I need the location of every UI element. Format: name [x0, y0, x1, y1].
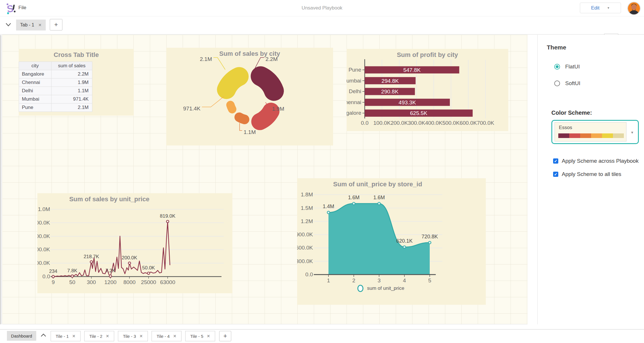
- playbook-title: Unsaved Playbook: [0, 5, 644, 11]
- svg-text:Pune: Pune: [349, 67, 361, 73]
- svg-text:7.8K: 7.8K: [67, 268, 78, 273]
- svg-text:900.0K: 900.0K: [297, 231, 313, 237]
- tile-crosstab[interactable]: Cross Tab Title citysum of salesBangalor…: [19, 49, 134, 116]
- svg-text:700.0K: 700.0K: [477, 120, 494, 126]
- svg-text:9: 9: [52, 279, 55, 285]
- svg-text:1.6M: 1.6M: [348, 195, 360, 200]
- scheme-swatches: [558, 133, 624, 138]
- line-chart: 0.0200.0K400.0K600.0K800.0K1.0M950300120…: [37, 193, 232, 293]
- svg-text:1.5M: 1.5M: [301, 205, 313, 211]
- radio-softui[interactable]: SoftUI: [554, 80, 580, 87]
- avatar[interactable]: [627, 2, 641, 15]
- color-scheme-select[interactable]: Essos ▼: [551, 120, 639, 144]
- caret-down-icon: ▼: [607, 6, 610, 9]
- svg-text:1.1M: 1.1M: [244, 129, 256, 135]
- tab-label: Tab - 1: [20, 22, 34, 28]
- tile-area-chart[interactable]: Sum of unit_price by store_id 0.0300.0K6…: [297, 178, 486, 305]
- tile-tab-2[interactable]: Tile - 2✕: [84, 331, 114, 341]
- svg-text:0.0: 0.0: [361, 120, 368, 126]
- svg-text:1200: 1200: [104, 279, 116, 285]
- svg-text:1.8M: 1.8M: [301, 191, 313, 198]
- svg-text:294.8K: 294.8K: [381, 78, 399, 84]
- edit-button-label: Edit: [591, 5, 599, 11]
- theme-panel: Theme FlatUI SoftUI Color Scheme: Essos …: [537, 35, 644, 324]
- close-icon[interactable]: ✕: [38, 23, 42, 27]
- swatch-color: [591, 133, 602, 138]
- scheme-preview: Essos: [555, 122, 626, 141]
- svg-text:800.0K: 800.0K: [37, 220, 50, 226]
- checkbox-apply-playbook[interactable]: ✓ Apply Scheme across Playbook: [553, 158, 639, 164]
- canvas-left-scroll-strip[interactable]: [0, 35, 1, 324]
- svg-text:625.5K: 625.5K: [410, 110, 428, 116]
- column-header: sum of sales: [51, 62, 92, 70]
- svg-text:600.0K: 600.0K: [460, 120, 477, 126]
- table-row: Delhi1.1M: [19, 87, 92, 95]
- caret-down-icon[interactable]: ▼: [630, 131, 634, 135]
- svg-text:63000: 63000: [160, 279, 175, 285]
- svg-text:100.0K: 100.0K: [373, 120, 391, 126]
- svg-text:1.4M: 1.4M: [323, 204, 334, 209]
- tile-tab-label: Tile - 5: [190, 334, 203, 339]
- checkbox-checked-icon: ✓: [553, 158, 558, 164]
- svg-text:0.0: 0.0: [305, 271, 313, 277]
- bottom-bar: Dashboard Tile - 1✕Tile - 2✕Tile - 3✕Til…: [0, 329, 644, 343]
- tab-1[interactable]: Tab - 1 ✕: [16, 20, 46, 30]
- add-tile-button[interactable]: +: [219, 331, 231, 341]
- tile-tab-label: Tile - 3: [123, 334, 136, 339]
- swatch-color: [613, 133, 624, 138]
- chevron-down-icon[interactable]: [5, 22, 12, 27]
- tile-tab-1[interactable]: Tile - 1✕: [51, 331, 81, 341]
- crosstab-table: citysum of salesBangalore2.2MChennai1.9M…: [19, 62, 92, 112]
- bar-chart: 0.0100.0K200.0K300.0K400.0K500.0K600.0K7…: [347, 49, 508, 131]
- svg-text:620.1K: 620.1K: [396, 238, 412, 244]
- svg-text:400.0K: 400.0K: [37, 246, 50, 252]
- tile-tab-4[interactable]: Tile - 4✕: [152, 331, 181, 341]
- svg-text:200.0K: 200.0K: [37, 260, 50, 266]
- radio-flatui[interactable]: FlatUI: [554, 64, 580, 70]
- tile-line-chart[interactable]: Sum of sales by unit_price 0.0200.0K400.…: [37, 193, 232, 293]
- chevron-up-icon[interactable]: [40, 333, 47, 338]
- scheme-name: Essos: [559, 125, 572, 131]
- svg-text:1.2M: 1.2M: [301, 218, 313, 224]
- svg-text:Bangalore: Bangalore: [347, 110, 361, 116]
- table-row: Bangalore2.2M: [19, 70, 92, 78]
- svg-text:290.8K: 290.8K: [381, 89, 399, 95]
- svg-text:600.0K: 600.0K: [37, 233, 50, 239]
- svg-text:300.0K: 300.0K: [408, 120, 425, 126]
- tile-donut-chart[interactable]: Sum of sales by city 2.2M1.9M1.1M971.4K2…: [166, 48, 333, 145]
- svg-text:25000: 25000: [141, 279, 156, 285]
- tile-bar-chart[interactable]: Sum of profit by city 0.0100.0K200.0K300…: [347, 49, 508, 131]
- area-chart-legend[interactable]: sum of unit_price: [297, 284, 464, 293]
- svg-text:50: 50: [69, 279, 75, 285]
- add-tab-button[interactable]: +: [50, 19, 62, 30]
- radio-flatui-label: FlatUI: [565, 64, 580, 70]
- swatch-color: [558, 133, 569, 138]
- radio-softui-label: SoftUI: [565, 80, 580, 87]
- svg-text:2: 2: [352, 277, 356, 283]
- radio-off-icon: [554, 81, 560, 86]
- theme-heading: Theme: [547, 44, 566, 51]
- legend-label: sum of unit_price: [367, 285, 404, 291]
- close-icon[interactable]: ✕: [72, 334, 76, 338]
- svg-text:300: 300: [87, 279, 96, 285]
- svg-text:400.0K: 400.0K: [425, 120, 443, 126]
- svg-text:1.9M: 1.9M: [272, 106, 284, 112]
- checkbox-apply-tiles[interactable]: ✓ Apply Scheme to all tiles: [553, 171, 621, 177]
- tile-tab-3[interactable]: Tile - 3✕: [118, 331, 148, 341]
- tile-tab-label: Tile - 4: [156, 334, 169, 339]
- svg-text:547.8K: 547.8K: [403, 67, 421, 73]
- line-chart-title: Sum of sales by unit_price: [37, 196, 181, 203]
- svg-text:971.4K: 971.4K: [183, 106, 201, 112]
- close-icon[interactable]: ✕: [106, 334, 109, 338]
- close-icon[interactable]: ✕: [173, 334, 177, 338]
- svg-text:200.0K: 200.0K: [122, 255, 137, 260]
- close-icon[interactable]: ✕: [139, 334, 143, 338]
- svg-text:600.0K: 600.0K: [297, 245, 313, 251]
- swatch-color: [569, 133, 580, 138]
- edit-button[interactable]: Edit ▼: [580, 3, 621, 13]
- close-icon[interactable]: ✕: [207, 334, 210, 338]
- dashboard-tab[interactable]: Dashboard: [7, 331, 36, 341]
- tile-tab-5[interactable]: Tile - 5✕: [185, 331, 215, 341]
- checkbox-checked-icon: ✓: [553, 172, 558, 177]
- svg-text:1.6M: 1.6M: [373, 195, 385, 200]
